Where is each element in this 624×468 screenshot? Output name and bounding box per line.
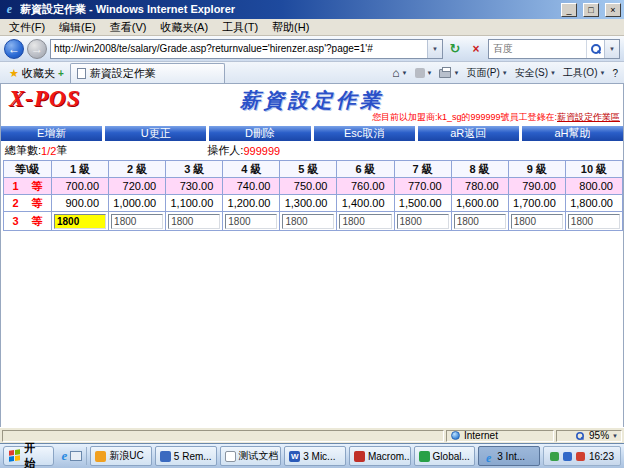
grade-input[interactable] bbox=[168, 214, 220, 229]
printer-icon bbox=[439, 69, 451, 78]
menu-view[interactable]: 查看(V) bbox=[103, 19, 154, 36]
grade-input[interactable] bbox=[454, 214, 506, 229]
cell: 730.00 bbox=[166, 178, 223, 195]
grade-input[interactable] bbox=[568, 214, 620, 229]
print-button[interactable]: ▼ bbox=[439, 69, 459, 78]
caret-icon: ▼ bbox=[453, 70, 459, 76]
search-icon[interactable] bbox=[586, 40, 604, 58]
command-bar: ⌂ ▼ ▼ ▼ 页面(P) ▼ 安全(S) ▼ 工具(O) ▼ bbox=[392, 63, 621, 83]
safety-menu[interactable]: 安全(S) ▼ bbox=[515, 66, 556, 80]
menu-file[interactable]: 文件(F) bbox=[2, 19, 52, 36]
delete-button[interactable]: D刪除 bbox=[209, 126, 310, 141]
clock[interactable]: 16:23 bbox=[589, 451, 614, 462]
grade-input[interactable] bbox=[511, 214, 563, 229]
tray-icon-red[interactable] bbox=[576, 452, 585, 461]
stop-icon[interactable]: × bbox=[467, 40, 485, 58]
grade-input[interactable] bbox=[225, 214, 277, 229]
tools-menu-label: 工具(O) bbox=[563, 66, 597, 80]
taskbar-item-internet-explorer[interactable]: e 3 Int... bbox=[478, 446, 540, 466]
ie-icon: e bbox=[3, 2, 16, 17]
taskbar-item-global[interactable]: Global... bbox=[414, 446, 476, 466]
taskbar-item-testdoc[interactable]: 测试文档 bbox=[220, 446, 282, 466]
menu-tools[interactable]: 工具(T) bbox=[215, 19, 265, 36]
total-value: 1/2 bbox=[41, 145, 56, 157]
cell-edit bbox=[52, 212, 109, 231]
grade-input[interactable] bbox=[339, 214, 391, 229]
grade-input[interactable] bbox=[282, 214, 334, 229]
refresh-icon[interactable]: ↻ bbox=[446, 40, 464, 58]
cell-edit bbox=[451, 212, 508, 231]
cell-edit bbox=[394, 212, 451, 231]
update-button[interactable]: U更正 bbox=[105, 126, 206, 141]
address-dropdown-icon[interactable]: ▼ bbox=[427, 40, 442, 58]
grade-input-focused[interactable] bbox=[54, 214, 106, 229]
help-icon: ? bbox=[612, 68, 618, 79]
search-input[interactable] bbox=[489, 43, 586, 54]
task-label: 5 Rem... bbox=[174, 451, 212, 462]
taskbar-item-word[interactable]: W 3 Mic... bbox=[284, 446, 346, 466]
return-button[interactable]: aR返回 bbox=[418, 126, 519, 141]
row-label[interactable]: 2 等 bbox=[4, 195, 52, 212]
table-row-grade2[interactable]: 2 等 900.00 1,000.00 1,100.00 1,200.00 1,… bbox=[4, 195, 623, 212]
browser-window: e 薪資設定作業 - Windows Internet Explorer _ □… bbox=[0, 0, 624, 468]
menu-help[interactable]: 帮助(H) bbox=[265, 19, 316, 36]
back-icon[interactable]: ← bbox=[4, 39, 24, 59]
feeds-button[interactable]: ▼ bbox=[415, 68, 433, 78]
row-label[interactable]: 1 等 bbox=[4, 178, 52, 195]
taskbar-item-remote[interactable]: 5 Rem... bbox=[155, 446, 217, 466]
page-content: X-POS 薪資設定作業 您目前以加盟商:k1_sg的999999號員工登錄在:… bbox=[0, 84, 624, 427]
login-notice: 您目前以加盟商:k1_sg的999999號員工登錄在:薪資設定作業區 bbox=[372, 111, 620, 124]
maximize-button[interactable]: □ bbox=[583, 3, 599, 17]
home-button[interactable]: ⌂ ▼ bbox=[392, 66, 407, 80]
help-button[interactable]: ? bbox=[612, 68, 618, 79]
forward-icon[interactable]: → bbox=[27, 39, 47, 59]
cell: 700.00 bbox=[52, 178, 109, 195]
table-header-row: 等\級 1 級 2 級 3 級 4 級 5 級 6 級 7 級 8 級 9 級 … bbox=[4, 161, 623, 178]
grade-input[interactable] bbox=[111, 214, 163, 229]
cell-edit bbox=[109, 212, 166, 231]
table-row-grade1[interactable]: 1 等 700.00 720.00 730.00 740.00 750.00 7… bbox=[4, 178, 623, 195]
tray-icon-blue[interactable] bbox=[563, 452, 572, 461]
search-dropdown-icon[interactable]: ▼ bbox=[604, 40, 619, 58]
cell: 1,500.00 bbox=[394, 195, 451, 212]
address-input[interactable] bbox=[51, 40, 427, 58]
menu-favorites[interactable]: 收藏夹(A) bbox=[153, 19, 215, 36]
taskbar-item-sinauc[interactable]: 新浪UC bbox=[90, 446, 152, 466]
row-label[interactable]: 3 等 bbox=[4, 212, 52, 231]
menu-edit[interactable]: 编辑(E) bbox=[52, 19, 103, 36]
caret-icon: ▼ bbox=[427, 70, 433, 76]
taskbar-item-macromedia[interactable]: Macrom... bbox=[349, 446, 411, 466]
task-label: 新浪UC bbox=[109, 449, 143, 463]
tools-menu[interactable]: 工具(O) ▼ bbox=[563, 66, 605, 80]
zoom-control[interactable]: 95% ▼ bbox=[556, 430, 622, 442]
ie-quicklaunch-icon[interactable]: e bbox=[61, 448, 67, 464]
grade-input[interactable] bbox=[397, 214, 449, 229]
tab-salary-setting[interactable]: 薪資設定作業 bbox=[70, 63, 225, 83]
minimize-button[interactable]: _ bbox=[561, 3, 577, 17]
favorites-button[interactable]: ★ 收藏夹 + bbox=[3, 63, 70, 83]
page-menu[interactable]: 页面(P) ▼ bbox=[466, 66, 507, 80]
tab-title: 薪資設定作業 bbox=[90, 66, 156, 81]
magnifier-icon bbox=[590, 43, 602, 55]
close-button[interactable]: × bbox=[605, 3, 621, 17]
task-label: Global... bbox=[433, 451, 470, 462]
col-header-4: 4 級 bbox=[223, 161, 280, 178]
tray-icon-green[interactable] bbox=[550, 452, 559, 461]
col-header-6: 6 級 bbox=[337, 161, 394, 178]
windows-logo-icon bbox=[9, 449, 20, 463]
cell-edit bbox=[508, 212, 565, 231]
cell: 720.00 bbox=[109, 178, 166, 195]
taskbar: 开始 e 新浪UC 5 Rem... 测试文档 W 3 Mic... Macro… bbox=[0, 443, 624, 468]
help-action-button[interactable]: aH幫助 bbox=[522, 126, 623, 141]
cell: 750.00 bbox=[280, 178, 337, 195]
col-header-1: 1 級 bbox=[52, 161, 109, 178]
start-button[interactable]: 开始 bbox=[3, 446, 54, 466]
cell: 800.00 bbox=[565, 178, 622, 195]
cancel-button[interactable]: Esc取消 bbox=[314, 126, 415, 141]
add-button[interactable]: E增新 bbox=[1, 126, 102, 141]
tab-bar: ★ 收藏夹 + 薪資設定作業 ⌂ ▼ ▼ ▼ 页面(P) ▼ bbox=[0, 62, 624, 84]
table-row-grade3-edit[interactable]: 3 等 bbox=[4, 212, 623, 231]
cell: 1,000.00 bbox=[109, 195, 166, 212]
ie-task-icon: e bbox=[483, 451, 494, 462]
show-desktop-icon[interactable] bbox=[70, 451, 82, 461]
